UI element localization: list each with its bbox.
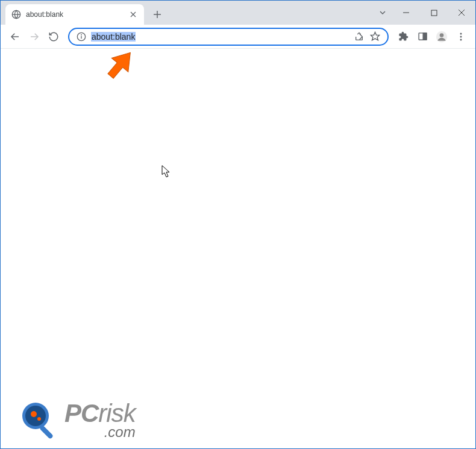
globe-icon <box>11 10 21 19</box>
tab-about-blank[interactable]: about:blank <box>5 4 144 25</box>
window-close-button[interactable] <box>448 1 475 25</box>
svg-rect-7 <box>431 10 437 16</box>
url-input[interactable]: about:blank <box>89 32 351 42</box>
profile-button[interactable] <box>432 27 451 46</box>
content-area <box>1 49 475 448</box>
tab-title: about:blank <box>26 10 128 19</box>
reload-button[interactable] <box>44 27 63 46</box>
svg-marker-16 <box>371 32 379 40</box>
svg-point-21 <box>460 33 462 34</box>
forward-button <box>25 27 44 46</box>
svg-point-23 <box>460 39 462 40</box>
tabs-dropdown-button[interactable] <box>373 1 392 25</box>
sidepanel-button[interactable] <box>413 27 432 46</box>
menu-button[interactable] <box>451 27 471 46</box>
svg-point-14 <box>81 34 82 35</box>
address-bar[interactable]: about:blank <box>68 28 389 46</box>
back-button[interactable] <box>5 27 25 46</box>
window-controls <box>373 1 475 25</box>
url-text-selected: about:blank <box>91 32 136 42</box>
site-info-icon[interactable] <box>74 29 89 44</box>
tab-strip: about:blank <box>1 1 373 25</box>
new-tab-button[interactable] <box>149 6 166 23</box>
bookmark-button[interactable] <box>367 29 383 45</box>
svg-point-22 <box>460 36 462 37</box>
close-icon[interactable] <box>128 10 138 19</box>
svg-point-20 <box>440 33 444 37</box>
toolbar: about:blank <box>1 25 475 49</box>
minimize-button[interactable] <box>392 1 420 25</box>
share-button[interactable] <box>351 29 367 45</box>
title-bar: about:blank <box>1 1 475 25</box>
svg-rect-18 <box>423 33 427 40</box>
extensions-button[interactable] <box>393 27 413 46</box>
maximize-button[interactable] <box>420 1 448 25</box>
